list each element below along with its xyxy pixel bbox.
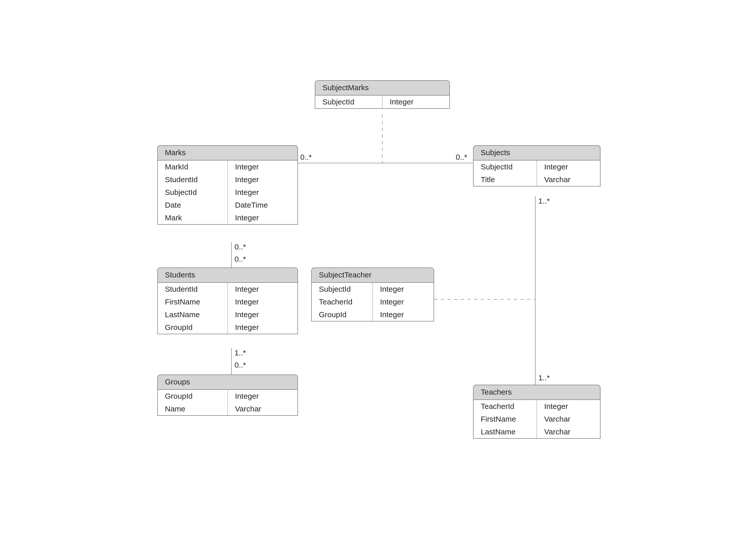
- attr-name: StudentId: [158, 283, 228, 296]
- attr-name: SubjectId: [315, 96, 382, 108]
- table-row: MarkId Integer: [158, 160, 298, 173]
- entity-attributes: TeacherId Integer FirstName Varchar Last…: [474, 400, 600, 438]
- entity-attributes: StudentId Integer FirstName Integer Last…: [158, 283, 298, 334]
- table-row: FirstName Integer: [158, 296, 298, 308]
- attr-type: DateTime: [228, 199, 298, 211]
- table-row: GroupId Integer: [312, 308, 434, 321]
- attr-name: TeacherId: [312, 296, 373, 308]
- table-row: Date DateTime: [158, 199, 298, 211]
- table-row: SubjectId Integer: [312, 283, 434, 296]
- table-row: Name Varchar: [158, 403, 298, 415]
- entity-title: Groups: [158, 375, 298, 390]
- entity-subjects: Subjects SubjectId Integer Title Varchar: [473, 145, 600, 186]
- attr-type: Integer: [228, 296, 298, 308]
- attr-type: Integer: [228, 390, 298, 403]
- table-row: LastName Varchar: [474, 425, 600, 438]
- attr-type: Integer: [537, 160, 600, 173]
- table-row: GroupId Integer: [158, 321, 298, 334]
- attr-type: Integer: [228, 186, 298, 199]
- table-row: Title Varchar: [474, 173, 600, 186]
- attr-name: StudentId: [158, 173, 228, 186]
- attr-type: Varchar: [537, 173, 600, 186]
- attr-name: FirstName: [158, 296, 228, 308]
- table-row: LastName Integer: [158, 308, 298, 321]
- table-row: TeacherId Integer: [312, 296, 434, 308]
- entity-title: Teachers: [474, 385, 600, 400]
- attr-type: Integer: [228, 321, 298, 334]
- entity-attributes: MarkId Integer StudentId Integer Subject…: [158, 160, 298, 224]
- attr-type: Integer: [228, 211, 298, 224]
- table-row: StudentId Integer: [158, 283, 298, 296]
- multiplicity-label: 0..*: [235, 255, 246, 264]
- multiplicity-label: 1..*: [538, 374, 550, 382]
- entity-students: Students StudentId Integer FirstName Int…: [157, 268, 298, 334]
- attr-type: Integer: [382, 96, 450, 108]
- table-row: TeacherId Integer: [474, 400, 600, 413]
- attr-type: Integer: [228, 283, 298, 296]
- entity-title: SubjectTeacher: [312, 268, 434, 283]
- entity-groups: Groups GroupId Integer Name Varchar: [157, 375, 298, 416]
- attr-name: Date: [158, 199, 228, 211]
- attr-type: Integer: [228, 173, 298, 186]
- entity-teachers: Teachers TeacherId Integer FirstName Var…: [473, 385, 600, 439]
- entity-subject-marks: SubjectMarks SubjectId Integer: [315, 80, 450, 109]
- attr-type: Integer: [373, 308, 434, 321]
- multiplicity-label: 0..*: [235, 361, 246, 369]
- entity-attributes: SubjectId Integer TeacherId Integer Grou…: [312, 283, 434, 321]
- table-row: SubjectId Integer: [474, 160, 600, 173]
- attr-name: SubjectId: [312, 283, 373, 296]
- table-row: SubjectId Integer: [158, 186, 298, 199]
- multiplicity-label: 1..*: [538, 197, 550, 205]
- entity-title: Subjects: [474, 146, 600, 160]
- attr-name: SubjectId: [474, 160, 537, 173]
- er-diagram-canvas: SubjectMarks SubjectId Integer Marks Mar…: [0, 0, 756, 535]
- multiplicity-label: 0..*: [235, 242, 246, 251]
- attr-name: Mark: [158, 211, 228, 224]
- entity-title: Students: [158, 268, 298, 283]
- entity-subject-teacher: SubjectTeacher SubjectId Integer Teacher…: [311, 268, 434, 322]
- attr-name: MarkId: [158, 160, 228, 173]
- entity-attributes: SubjectId Integer: [315, 96, 450, 108]
- entity-title: SubjectMarks: [315, 81, 450, 96]
- table-row: FirstName Varchar: [474, 413, 600, 425]
- attr-name: GroupId: [158, 390, 228, 403]
- multiplicity-label: 0..*: [456, 153, 467, 161]
- table-row: StudentId Integer: [158, 173, 298, 186]
- attr-name: GroupId: [158, 321, 228, 334]
- attr-type: Integer: [373, 283, 434, 296]
- entity-attributes: SubjectId Integer Title Varchar: [474, 160, 600, 186]
- attr-type: Varchar: [537, 425, 600, 438]
- table-row: SubjectId Integer: [315, 96, 450, 108]
- attr-type: Integer: [228, 160, 298, 173]
- attr-name: GroupId: [312, 308, 373, 321]
- attr-type: Integer: [228, 308, 298, 321]
- multiplicity-label: 1..*: [235, 349, 246, 357]
- attr-name: TeacherId: [474, 400, 537, 413]
- attr-name: SubjectId: [158, 186, 228, 199]
- attr-name: LastName: [474, 425, 537, 438]
- attr-type: Integer: [373, 296, 434, 308]
- attr-name: LastName: [158, 308, 228, 321]
- entity-title: Marks: [158, 146, 298, 160]
- attr-name: FirstName: [474, 413, 537, 425]
- table-row: Mark Integer: [158, 211, 298, 224]
- entity-marks: Marks MarkId Integer StudentId Integer S…: [157, 145, 298, 225]
- multiplicity-label: 0..*: [300, 153, 312, 161]
- entity-attributes: GroupId Integer Name Varchar: [158, 390, 298, 415]
- attr-type: Varchar: [537, 413, 600, 425]
- table-row: GroupId Integer: [158, 390, 298, 403]
- attr-name: Name: [158, 403, 228, 415]
- attr-name: Title: [474, 173, 537, 186]
- attr-type: Varchar: [228, 403, 298, 415]
- attr-type: Integer: [537, 400, 600, 413]
